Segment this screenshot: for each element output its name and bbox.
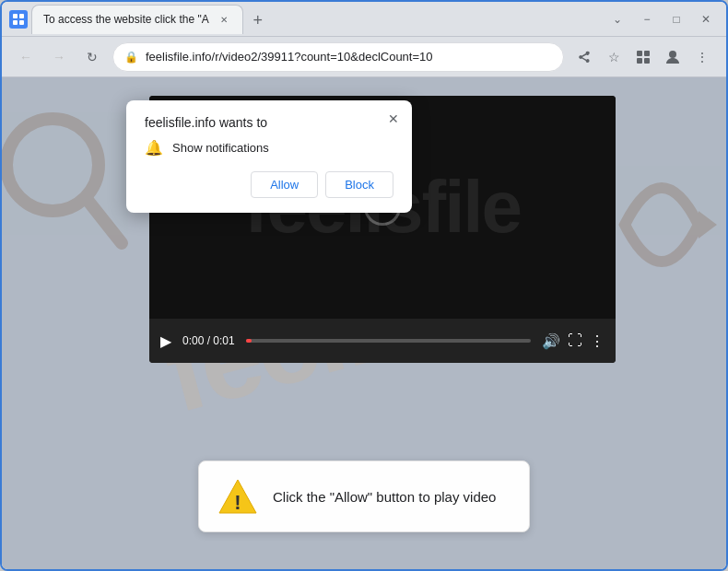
svg-rect-4	[637, 51, 642, 56]
profile-button[interactable]	[660, 44, 686, 70]
address-bar-actions: ☆ ⋮	[571, 44, 715, 70]
video-right-controls: 🔊 ⛶ ⋮	[542, 332, 605, 350]
new-tab-button[interactable]: +	[245, 8, 271, 34]
svg-marker-11	[699, 211, 717, 239]
magnifier-decoration	[2, 105, 131, 274]
warning-icon: !	[217, 476, 258, 517]
permission-label: Show notifications	[172, 141, 269, 155]
refresh-icon: ↻	[87, 50, 98, 64]
refresh-button[interactable]: ↻	[79, 44, 105, 70]
lock-icon: 🔒	[124, 51, 138, 64]
dialog-title: feelisfile.info wants to	[145, 115, 393, 130]
forward-icon: →	[53, 50, 65, 64]
bell-icon: 🔔	[145, 139, 163, 157]
address-bar-input-wrap[interactable]: 🔒 feelisfile.info/r/video2/39911?count=1…	[112, 42, 564, 72]
volume-icon[interactable]: 🔊	[542, 332, 560, 350]
svg-rect-6	[637, 58, 642, 64]
fullscreen-icon[interactable]: ⛶	[568, 332, 582, 349]
back-icon: ←	[19, 50, 32, 64]
menu-button[interactable]: ⋮	[689, 44, 715, 70]
page-content: feelisfile feelisfile	[2, 77, 726, 569]
svg-line-10	[87, 199, 122, 243]
time-display: 0:00 / 0:01	[182, 334, 235, 347]
tab-area: To access the website click the "A ✕ +	[31, 5, 601, 34]
allow-button[interactable]: Allow	[251, 171, 318, 198]
progress-bar[interactable]	[246, 339, 531, 343]
browser-icon	[9, 10, 28, 29]
svg-point-8	[669, 51, 676, 58]
svg-rect-0	[13, 14, 18, 18]
bookmark-button[interactable]: ☆	[601, 44, 627, 70]
tab-title: To access the website click the "A	[43, 13, 209, 26]
back-button[interactable]: ←	[13, 44, 39, 70]
svg-rect-2	[13, 20, 18, 25]
tab-close-button[interactable]: ✕	[217, 12, 231, 27]
block-button[interactable]: Block	[325, 171, 393, 198]
url-display: feelisfile.info/r/video2/39911?count=10&…	[146, 50, 552, 64]
svg-rect-1	[19, 14, 24, 18]
window-controls: ⌄ − □ ✕	[605, 6, 719, 32]
title-bar: To access the website click the "A ✕ + ⌄…	[2, 2, 726, 37]
svg-rect-5	[644, 51, 650, 56]
more-options-icon[interactable]: ⋮	[590, 332, 605, 350]
info-box: ! Click the "Allow" button to play video	[198, 460, 530, 532]
notification-permission-dialog: ✕ feelisfile.info wants to 🔔 Show notifi…	[126, 100, 412, 213]
active-tab[interactable]: To access the website click the "A ✕	[31, 5, 243, 34]
browser-window: To access the website click the "A ✕ + ⌄…	[0, 0, 728, 571]
dialog-close-button[interactable]: ✕	[384, 110, 403, 128]
info-text: Click the "Allow" button to play video	[273, 487, 496, 507]
maximize-button[interactable]: □	[663, 6, 689, 32]
right-arrow-decoration	[606, 133, 717, 320]
dialog-permission-row: 🔔 Show notifications	[145, 139, 393, 157]
minimize-button[interactable]: −	[634, 6, 660, 32]
address-bar: ← → ↻ 🔒 feelisfile.info/r/video2/39911?c…	[2, 37, 726, 77]
extensions-button[interactable]	[630, 44, 656, 70]
dialog-buttons: Allow Block	[145, 171, 393, 198]
close-button[interactable]: ✕	[693, 6, 719, 32]
svg-rect-3	[19, 20, 24, 25]
svg-text:!: !	[234, 491, 241, 514]
share-button[interactable]	[571, 44, 597, 70]
svg-rect-7	[644, 58, 650, 64]
chevron-down-icon[interactable]: ⌄	[605, 6, 630, 32]
play-button[interactable]: ▶	[160, 332, 171, 350]
video-controls-bar: ▶ 0:00 / 0:01 🔊 ⛶ ⋮	[149, 319, 616, 363]
forward-button[interactable]: →	[46, 44, 72, 70]
progress-fill	[246, 339, 252, 343]
